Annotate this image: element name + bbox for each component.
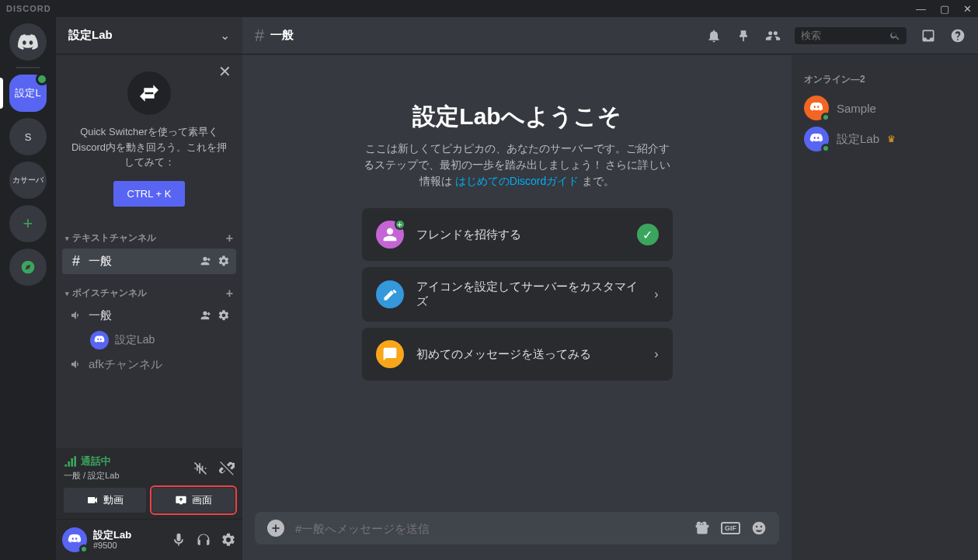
chevron-right-icon: › [654, 347, 658, 361]
avatar[interactable] [62, 527, 87, 552]
maximize-button[interactable]: ▢ [940, 3, 949, 15]
category-voice[interactable]: ▾ボイスチャンネル + [62, 274, 236, 304]
quick-switcher-button[interactable]: CTRL + K [113, 181, 186, 207]
guide-link[interactable]: はじめてのDiscordガイド [455, 175, 579, 187]
guild-item[interactable]: S [9, 118, 47, 155]
action-customize[interactable]: アイコンを設定してサーバーをカスタマイズ › [362, 267, 673, 322]
gif-button[interactable]: GIF [721, 522, 740, 534]
member-list: オンライン—2 Sample 設定Lab ♛ [792, 54, 978, 560]
close-button[interactable]: ✕ [963, 3, 972, 15]
search-icon [889, 30, 900, 42]
server-name: 設定Lab [68, 28, 113, 43]
guild-bar: 設定L S カサーバ + [0, 17, 56, 560]
quick-switcher-card: ✕ Quick Switcherを使って素早くDiscord内を動き回ろう。これ… [56, 54, 242, 219]
voice-user[interactable]: 設定Lab [62, 328, 236, 353]
quick-switcher-text: Quick Switcherを使って素早くDiscord内を動き回ろう。これを押… [68, 124, 230, 170]
voice-panel: 通話中 一般 / 設定Lab 動画 画面 [56, 448, 242, 520]
screen-share-button[interactable]: 画面 [152, 488, 235, 513]
noise-suppression-icon[interactable] [193, 461, 208, 476]
message-icon [376, 340, 404, 368]
voice-channel-afk[interactable]: afkチャンネル [62, 353, 236, 377]
inbox-icon[interactable] [921, 28, 936, 43]
add-channel-button[interactable]: + [226, 231, 233, 245]
brand-label: DISCORD [6, 4, 51, 13]
channel-sidebar: 設定Lab ⌄ ✕ Quick Switcherを使って素早くDiscord内を… [56, 17, 242, 560]
voice-status[interactable]: 通話中 [64, 454, 120, 468]
bell-icon[interactable] [706, 28, 722, 43]
speaker-icon [68, 309, 84, 322]
speaker-icon [68, 358, 84, 370]
explore-servers-button[interactable] [9, 249, 47, 286]
signal-icon [64, 455, 76, 468]
message-input[interactable] [295, 522, 684, 535]
home-button[interactable] [9, 23, 47, 61]
action-message[interactable]: 初めてのメッセージを送ってみる › [362, 328, 673, 381]
chevron-down-icon: ⌄ [220, 28, 230, 43]
pin-icon[interactable] [736, 28, 751, 43]
main-area: # 一般 設定Labへようこそ ここは新しくてピカピカの、あなたのサー [242, 17, 978, 560]
welcome-description: ここは新しくてピカピカの、あなたのサーバーです。ご紹介するステップで、最初の一歩… [362, 141, 673, 190]
invite-icon[interactable] [200, 255, 213, 267]
hash-icon: # [255, 26, 264, 46]
channel-list: ▾テキストチャンネル + # 一般 ▾ボイスチャンネル + 一般 [56, 219, 242, 449]
check-icon: ✓ [637, 224, 659, 245]
add-server-button[interactable]: + [9, 205, 47, 242]
guild-item[interactable]: カサーバ [9, 162, 47, 199]
category-text[interactable]: ▾テキストチャンネル + [62, 219, 236, 249]
status-badge [821, 144, 830, 153]
title-bar: DISCORD — ▢ ✕ [0, 0, 978, 17]
mic-icon[interactable] [171, 532, 186, 548]
chevron-right-icon: › [654, 287, 658, 301]
status-online-badge [79, 544, 89, 554]
disconnect-icon[interactable] [219, 461, 235, 476]
guild-separator [16, 67, 40, 68]
search-box[interactable] [795, 27, 907, 44]
hash-icon: # [68, 253, 84, 270]
action-invite[interactable]: + フレンドを招待する ✓ [362, 208, 673, 261]
swap-icon [127, 71, 171, 115]
invite-people-icon: + [376, 221, 404, 249]
customize-icon [376, 280, 404, 308]
gift-icon[interactable] [694, 520, 710, 536]
chevron-down-icon: ▾ [65, 290, 69, 297]
top-bar: # 一般 [242, 17, 978, 54]
gear-icon[interactable] [218, 255, 230, 267]
gear-icon[interactable] [221, 532, 236, 548]
guild-selected[interactable]: 設定L [9, 75, 47, 112]
members-icon[interactable] [765, 28, 781, 43]
attach-button[interactable]: + [267, 520, 284, 537]
server-header[interactable]: 設定Lab ⌄ [56, 17, 242, 54]
emoji-icon[interactable] [751, 520, 767, 536]
member-item[interactable]: 設定Lab ♛ [798, 123, 972, 155]
voice-connected-badge [36, 73, 48, 85]
video-icon [86, 494, 99, 506]
channel-title: 一般 [270, 28, 700, 43]
user-info[interactable]: 設定Lab #9500 [93, 530, 165, 550]
gear-icon[interactable] [218, 309, 230, 322]
discord-logo-icon [17, 34, 39, 50]
chevron-down-icon: ▾ [65, 235, 69, 242]
headphones-icon[interactable] [196, 532, 211, 548]
voice-channel-general[interactable]: 一般 [62, 304, 236, 328]
add-channel-button[interactable]: + [226, 287, 233, 301]
user-panel: 設定Lab #9500 [56, 520, 242, 560]
crown-icon: ♛ [887, 134, 896, 144]
text-channel-general[interactable]: # 一般 [62, 249, 236, 274]
welcome-title: 設定Labへようこそ [412, 101, 621, 133]
voice-location: 一般 / 設定Lab [64, 470, 120, 482]
member-item[interactable]: Sample [798, 92, 972, 123]
avatar [90, 331, 109, 350]
members-category: オンライン—2 [798, 67, 972, 92]
status-badge [821, 113, 830, 122]
help-icon[interactable] [950, 28, 966, 43]
compass-icon [20, 259, 36, 275]
window-controls: — ▢ ✕ [916, 3, 972, 15]
avatar [804, 127, 829, 151]
video-button[interactable]: 動画 [64, 488, 146, 513]
minimize-button[interactable]: — [916, 3, 926, 15]
close-icon[interactable]: ✕ [218, 62, 231, 81]
chat-area: 設定Labへようこそ ここは新しくてピカピカの、あなたのサーバーです。ご紹介する… [242, 54, 792, 560]
search-input[interactable] [801, 30, 889, 41]
invite-icon[interactable] [200, 309, 213, 322]
message-input-bar: + GIF [255, 512, 779, 544]
